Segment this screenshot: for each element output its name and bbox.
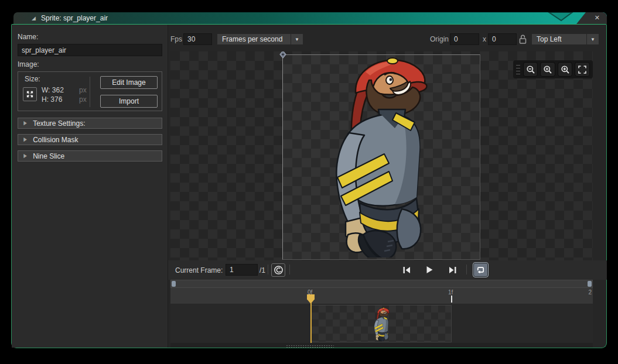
- width-value: W: 362: [42, 85, 64, 95]
- play-icon: [425, 266, 433, 274]
- width-unit: px: [79, 85, 87, 95]
- height-value: H: 376: [42, 95, 62, 104]
- origin-y-input[interactable]: [488, 33, 517, 45]
- divider: [268, 265, 268, 274]
- size-label: Size:: [25, 74, 40, 84]
- fps-label: Fps: [170, 35, 182, 44]
- chevron-down-icon: ▼: [291, 34, 303, 44]
- loop-toggle-button[interactable]: [473, 263, 488, 277]
- divider: [466, 265, 467, 274]
- canvas-zoom-toolbar: [513, 60, 593, 78]
- collision-mask-section[interactable]: ▶ Collision Mask: [18, 134, 162, 145]
- fit-to-window-button[interactable]: [575, 62, 590, 77]
- expand-arrows-icon: [26, 90, 34, 98]
- playback-mode-select[interactable]: Frames per second ▼: [217, 33, 303, 45]
- go-to-last-frame-button[interactable]: [446, 265, 458, 275]
- import-button[interactable]: Import: [100, 95, 158, 108]
- timeline-track: [170, 304, 593, 343]
- sprite-properties-panel: Name: Image: Size: W: 362 px H: 376 px: [12, 25, 168, 348]
- play-button[interactable]: [424, 265, 435, 275]
- zoom-reset-button[interactable]: [540, 62, 555, 77]
- collision-mask-label: Collision Mask: [33, 136, 78, 144]
- fit-brackets-icon: [578, 65, 587, 74]
- name-label: Name:: [18, 32, 38, 42]
- close-button[interactable]: ✕: [595, 12, 600, 24]
- onion-skin-button[interactable]: [271, 263, 285, 277]
- window-title: Sprite: spr_player_air: [41, 12, 108, 24]
- size-group-divider: [90, 77, 90, 107]
- unlocked-padlock-icon: [518, 34, 527, 44]
- window-collapse-icon[interactable]: ◢: [32, 15, 36, 22]
- chevron-down-icon: ▼: [586, 34, 599, 44]
- frame-0-cell[interactable]: [311, 305, 452, 342]
- skip-to-end-icon: [448, 266, 457, 274]
- origin-preset-select[interactable]: Top Left ▼: [531, 33, 599, 45]
- zoom-out-button[interactable]: [523, 62, 538, 77]
- titlebar-notch-icon: [548, 12, 573, 22]
- toolbar-drag-handle[interactable]: [516, 65, 521, 74]
- magnifier-minus-icon: [526, 65, 535, 74]
- magnifier-plus-icon: [561, 65, 570, 74]
- origin-lock-button[interactable]: [518, 34, 527, 44]
- tick-1f: 1f: [448, 289, 453, 296]
- chevron-right-icon: ▶: [23, 120, 27, 126]
- frame-control-bar: Current Frame: /1: [168, 260, 607, 280]
- screenshot-stage: ◢ Sprite: spr_player_air ✕ Name: Image: …: [0, 0, 618, 364]
- image-label: Image:: [18, 60, 39, 69]
- timeline-bottom-strip: [170, 343, 593, 348]
- origin-label: Origin: [430, 35, 449, 44]
- origin-preset-value: Top Left: [532, 35, 586, 43]
- resize-sprite-button[interactable]: [23, 87, 37, 101]
- loop-icon: [476, 265, 486, 274]
- texture-settings-label: Texture Settings:: [33, 119, 85, 128]
- image-size-group: Size: W: 362 px H: 376 px Edit Image Imp…: [18, 71, 162, 111]
- current-frame-label: Current Frame:: [175, 266, 223, 275]
- divider: [289, 265, 290, 274]
- frame-total-label: /1: [260, 266, 265, 275]
- origin-x-input[interactable]: [450, 33, 479, 45]
- tick-2: 2: [588, 289, 592, 296]
- frame-thumbnail: [373, 307, 391, 341]
- nine-slice-section[interactable]: ▶ Nine Slice: [18, 150, 162, 162]
- panel-resize-grip[interactable]: [286, 345, 334, 348]
- texture-settings-section[interactable]: ▶ Texture Settings:: [18, 118, 162, 129]
- origin-marker-icon[interactable]: [278, 51, 288, 60]
- close-button-region: ✕: [576, 12, 607, 24]
- zoom-in-button[interactable]: [558, 62, 573, 77]
- magnifier-reset-icon: [543, 65, 552, 74]
- onion-skin-icon: [274, 265, 284, 275]
- go-to-first-frame-button[interactable]: [401, 265, 412, 275]
- origin-separator: x: [483, 35, 486, 44]
- tick-1f-mark: [451, 296, 452, 303]
- height-unit: px: [79, 95, 87, 104]
- current-frame-input[interactable]: [226, 264, 258, 276]
- scrollbar-right-handle[interactable]: [588, 281, 592, 287]
- nine-slice-label: Nine Slice: [33, 152, 64, 160]
- skip-to-start-icon: [402, 266, 411, 274]
- playhead-line: [310, 303, 312, 343]
- chevron-right-icon: ▶: [23, 153, 27, 159]
- window-titlebar[interactable]: ◢ Sprite: spr_player_air ✕: [13, 12, 607, 24]
- scrollbar-left-handle[interactable]: [172, 281, 176, 287]
- fps-input[interactable]: [183, 33, 212, 45]
- sprite-image: [327, 56, 438, 257]
- timeline-scrollbar[interactable]: [170, 280, 593, 288]
- sprite-frame-bounds: [282, 54, 480, 260]
- sprite-canvas: [170, 51, 593, 260]
- timeline-ruler: 0f 1f 2: [170, 288, 593, 304]
- playback-mode-value: Frames per second: [217, 35, 291, 43]
- chevron-right-icon: ▶: [23, 136, 27, 142]
- edit-image-button[interactable]: Edit Image: [100, 76, 158, 89]
- sprite-name-input[interactable]: [18, 44, 162, 56]
